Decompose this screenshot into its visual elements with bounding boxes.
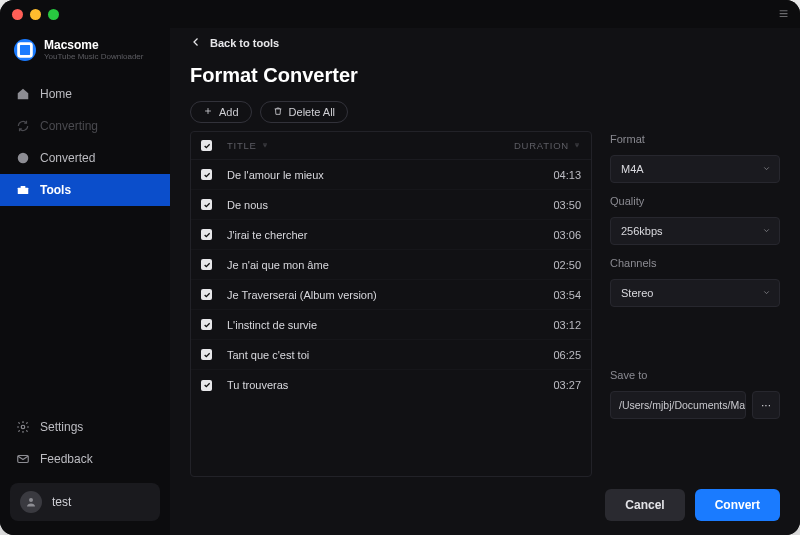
quality-value: 256kbps: [621, 225, 663, 237]
format-select[interactable]: M4A: [610, 155, 780, 183]
home-icon: [16, 87, 30, 101]
app-window: ≡ Macsome YouTube Music Downloader Home: [0, 0, 800, 535]
table-row[interactable]: Je n'ai que mon âme02:50: [191, 250, 591, 280]
sidebar-item-converting[interactable]: Converting: [0, 110, 170, 142]
mail-icon: [16, 452, 30, 466]
row-checkbox[interactable]: [201, 319, 212, 330]
sidebar-item-label: Converting: [40, 119, 98, 133]
row-checkbox[interactable]: [201, 169, 212, 180]
svg-rect-3: [21, 186, 26, 188]
track-title: Je n'ai que mon âme: [227, 259, 501, 271]
channels-value: Stereo: [621, 287, 653, 299]
row-checkbox[interactable]: [201, 349, 212, 360]
chevron-down-icon: [762, 287, 771, 299]
cancel-button[interactable]: Cancel: [605, 489, 684, 521]
sidebar-item-home[interactable]: Home: [0, 78, 170, 110]
sidebar-item-converted[interactable]: Converted: [0, 142, 170, 174]
page-title: Format Converter: [190, 64, 780, 87]
user-name: test: [52, 495, 71, 509]
avatar-icon: [20, 491, 42, 513]
saveto-path-input[interactable]: /Users/mjbj/Documents/Ma: [610, 391, 746, 419]
sort-icon: [573, 140, 581, 151]
track-title: J'irai te chercher: [227, 229, 501, 241]
table-row[interactable]: Tant que c'est toi06:25: [191, 340, 591, 370]
close-window-button[interactable]: [12, 9, 23, 20]
sidebar-item-tools[interactable]: Tools: [0, 174, 170, 206]
window-controls: [12, 9, 59, 20]
sort-icon: [261, 140, 269, 151]
quality-label: Quality: [610, 195, 780, 207]
sidebar-item-label: Settings: [40, 420, 83, 434]
column-duration-label: DURATION: [514, 140, 569, 151]
svg-rect-2: [18, 188, 29, 194]
track-duration: 03:12: [501, 319, 581, 331]
gear-icon: [16, 420, 30, 434]
svg-point-4: [21, 425, 25, 429]
track-title: De nous: [227, 199, 501, 211]
column-title[interactable]: TITLE: [227, 140, 501, 151]
track-duration: 03:50: [501, 199, 581, 211]
track-duration: 06:25: [501, 349, 581, 361]
row-checkbox[interactable]: [201, 380, 212, 391]
track-duration: 03:27: [501, 379, 581, 391]
convert-button[interactable]: Convert: [695, 489, 780, 521]
trash-icon: [273, 106, 283, 118]
row-checkbox[interactable]: [201, 229, 212, 240]
format-label: Format: [610, 133, 780, 145]
back-arrow-icon: [190, 36, 202, 50]
channels-select[interactable]: Stereo: [610, 279, 780, 307]
track-title: Tant que c'est toi: [227, 349, 501, 361]
brand: Macsome YouTube Music Downloader: [0, 34, 170, 78]
table-row[interactable]: J'irai te chercher03:06: [191, 220, 591, 250]
delete-all-button[interactable]: Delete All: [260, 101, 348, 123]
quality-select[interactable]: 256kbps: [610, 217, 780, 245]
ellipsis-icon: ···: [761, 398, 771, 412]
plus-icon: [203, 106, 213, 118]
svg-point-6: [29, 498, 33, 502]
track-title: Tu trouveras: [227, 379, 501, 391]
table-row[interactable]: L'instinct de survie03:12: [191, 310, 591, 340]
sidebar-item-feedback[interactable]: Feedback: [0, 443, 170, 475]
table-row[interactable]: De l'amour le mieux04:13: [191, 160, 591, 190]
svg-rect-0: [19, 44, 32, 57]
track-duration: 04:13: [501, 169, 581, 181]
select-all-checkbox[interactable]: [201, 140, 212, 151]
table-row[interactable]: De nous03:50: [191, 190, 591, 220]
track-title: L'instinct de survie: [227, 319, 501, 331]
sidebar: Macsome YouTube Music Downloader Home Co…: [0, 28, 170, 535]
maximize-window-button[interactable]: [48, 9, 59, 20]
sidebar-nav: Home Converting Converted Tools: [0, 78, 170, 206]
converted-icon: [16, 151, 30, 165]
track-duration: 03:54: [501, 289, 581, 301]
browse-button[interactable]: ···: [752, 391, 780, 419]
settings-panel: Format M4A Quality 256kbps Channels Ster…: [610, 131, 780, 477]
track-title: Je Traverserai (Album version): [227, 289, 501, 301]
sidebar-item-label: Home: [40, 87, 72, 101]
table-row[interactable]: Je Traverserai (Album version)03:54: [191, 280, 591, 310]
add-button-label: Add: [219, 106, 239, 118]
minimize-window-button[interactable]: [30, 9, 41, 20]
sidebar-item-label: Feedback: [40, 452, 93, 466]
row-checkbox[interactable]: [201, 289, 212, 300]
add-button[interactable]: Add: [190, 101, 252, 123]
brand-name: Macsome: [44, 38, 143, 52]
column-title-label: TITLE: [227, 140, 257, 151]
track-duration: 03:06: [501, 229, 581, 241]
table-row[interactable]: Tu trouveras03:27: [191, 370, 591, 400]
column-duration[interactable]: DURATION: [501, 140, 581, 151]
back-link-label: Back to tools: [210, 37, 279, 49]
menu-icon[interactable]: ≡: [779, 6, 788, 22]
tracks-table: TITLE DURATION De l'amour le mieux04:13D…: [190, 131, 592, 477]
svg-point-1: [18, 153, 29, 164]
user-pill[interactable]: test: [10, 483, 160, 521]
titlebar: ≡: [0, 0, 800, 28]
row-checkbox[interactable]: [201, 199, 212, 210]
chevron-down-icon: [762, 225, 771, 237]
saveto-label: Save to: [610, 369, 780, 381]
row-checkbox[interactable]: [201, 259, 212, 270]
brand-logo-icon: [14, 39, 36, 61]
toolbar: Add Delete All: [190, 101, 780, 123]
sidebar-item-settings[interactable]: Settings: [0, 411, 170, 443]
back-to-tools-link[interactable]: Back to tools: [190, 32, 780, 64]
sidebar-item-label: Tools: [40, 183, 71, 197]
